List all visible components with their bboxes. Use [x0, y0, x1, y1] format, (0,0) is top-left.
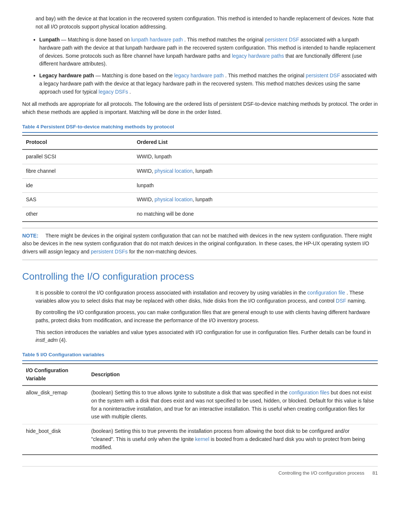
table4-ordered-parallel: WWID, lunpath: [133, 149, 378, 164]
lunpath-persistent-dsf-link[interactable]: persistent DSF: [265, 37, 299, 43]
table4-protocol-other: other: [22, 207, 133, 221]
fibre-physical-location-link[interactable]: physical location: [154, 168, 193, 174]
table5: I/O Configuration Variable Description a…: [22, 363, 378, 455]
intro-paragraph: and bay) with the device at that locatio…: [36, 15, 378, 31]
note-text2: for the non-matching devices.: [129, 249, 197, 255]
section-heading: Controlling the I/O configuration proces…: [22, 269, 378, 284]
footer: Controlling the I/O configuration proces…: [22, 466, 378, 477]
legacy-hardware-path-link[interactable]: legacy hardware path: [174, 73, 224, 78]
table4-protocol-parallel: parallel SCSI: [22, 149, 133, 164]
legacy-text1: Matching is done based on the: [102, 73, 173, 78]
section-para2: By controlling the I/O configuration pro…: [36, 309, 378, 324]
table4-protocol-ide: ide: [22, 178, 133, 193]
table5-header-description: Description: [87, 364, 378, 385]
section-para1-text3: naming.: [348, 298, 366, 304]
methods-paragraph: Not all methods are appropriate for all …: [22, 100, 378, 116]
lunpath-hardware-path-link[interactable]: lunpath hardware path: [131, 37, 183, 43]
table5-desc-allow: (boolean) Setting this to true allows Ig…: [87, 385, 378, 424]
table4-protocol-sas: SAS: [22, 193, 133, 207]
table-row: parallel SCSI WWID, lunpath: [22, 149, 378, 164]
lunpath-text2: . This method matches the original: [184, 37, 263, 43]
section-para3: This section introduces the variables an…: [36, 329, 378, 344]
legacy-dsfs-link[interactable]: legacy DSFs: [99, 89, 128, 95]
footer-spacer: [366, 470, 371, 476]
note-box: NOTE: There might be devices in the orig…: [22, 228, 378, 260]
hide-kernel-link[interactable]: kernel: [195, 436, 209, 442]
configuration-file-link[interactable]: configuration file: [307, 290, 345, 296]
lunpath-legacy-hardware-paths-link[interactable]: legacy hardware paths: [232, 53, 284, 59]
section-para1: It is possible to control the I/O config…: [36, 289, 378, 305]
table4-ordered-ide: lunpath: [133, 178, 378, 193]
table5-desc-hide: (boolean) Setting this to true prevents …: [87, 424, 378, 455]
legacy-dash: —: [96, 73, 102, 78]
note-label: NOTE:: [22, 233, 39, 239]
sas-physical-location-link[interactable]: physical location: [154, 196, 193, 202]
table-row: ide lunpath: [22, 178, 378, 193]
table-row: hide_boot_disk (boolean) Setting this to…: [22, 424, 378, 455]
table5-variable-hide: hide_boot_disk: [22, 424, 87, 455]
table4-ordered-other: no matching will be done: [133, 207, 378, 221]
bullet-legacy: Legacy hardware path — Matching is done …: [33, 72, 378, 96]
table4-header-protocol: Protocol: [22, 135, 133, 149]
table-row: SAS WWID, physical location, lunpath: [22, 193, 378, 207]
table-row: fibre channel WWID, physical location, l…: [22, 164, 378, 178]
allow-config-files-link[interactable]: configuration files: [289, 390, 329, 395]
section-para3-italic: instl_adm: [36, 337, 58, 343]
legacy-persistent-dsf-link[interactable]: persistent DSF: [306, 73, 340, 78]
table-row: other no matching will be done: [22, 207, 378, 221]
bullet-lunpath: Lunpath — Matching is done based on lunp…: [33, 36, 378, 68]
table5-caption: Table 5 I/O Configuration variables: [22, 351, 378, 361]
table5-header-variable: I/O Configuration Variable: [22, 364, 87, 385]
table4-protocol-fibre: fibre channel: [22, 164, 133, 178]
note-spacer: [40, 233, 44, 239]
table4-header-ordered-list: Ordered List: [133, 135, 378, 149]
lunpath-dash: —: [61, 37, 68, 43]
table4-ordered-sas: WWID, physical location, lunpath: [133, 193, 378, 207]
table5-variable-allow: allow_disk_remap: [22, 385, 87, 424]
section-para3-text1: This section introduces the variables an…: [36, 329, 371, 335]
dsf-naming-link[interactable]: DSF: [336, 298, 346, 304]
legacy-text2: . This method matches the original: [225, 73, 304, 78]
footer-page: 81: [373, 470, 378, 476]
lunpath-text1: Matching is done based on: [68, 37, 130, 43]
footer-text: Controlling the I/O configuration proces…: [279, 470, 364, 476]
table4-caption: Table 4 Persistent DSF-to-device matchin…: [22, 123, 378, 133]
section-para3-text2: (4).: [59, 337, 67, 343]
bullet-list: Lunpath — Matching is done based on lunp…: [33, 36, 378, 96]
allow-desc-text1: (boolean) Setting this to true allows Ig…: [91, 390, 289, 395]
section-para1-text1: It is possible to control the I/O config…: [36, 290, 306, 296]
table4-ordered-fibre: WWID, physical location, lunpath: [133, 164, 378, 178]
table-row: allow_disk_remap (boolean) Setting this …: [22, 385, 378, 424]
note-persistent-dsf-link[interactable]: persistent DSFs: [91, 249, 128, 255]
lunpath-label: Lunpath: [39, 37, 60, 43]
legacy-label: Legacy hardware path: [39, 73, 94, 78]
table4: Protocol Ordered List parallel SCSI WWID…: [22, 135, 378, 222]
legacy-text4: .: [130, 89, 131, 95]
